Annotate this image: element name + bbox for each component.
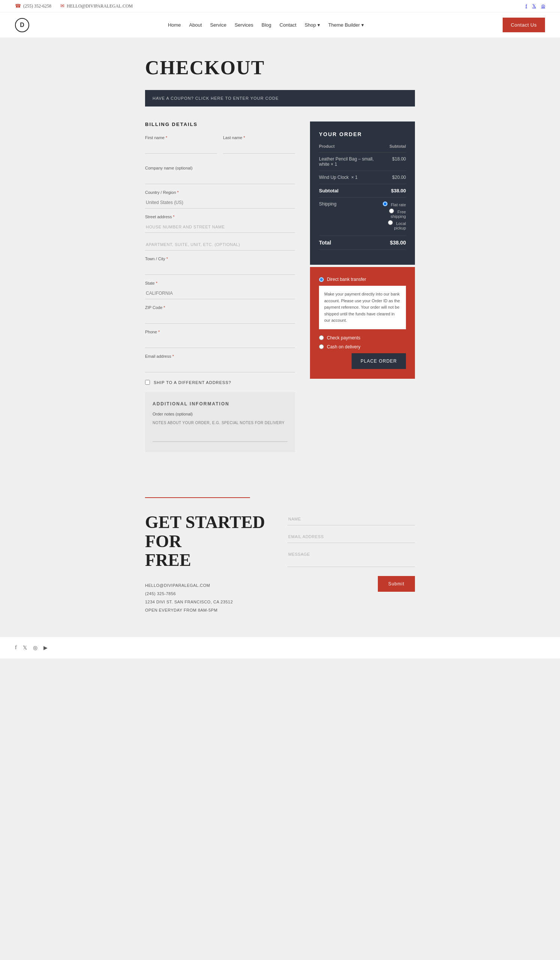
billing-heading: BILLING DETAILS — [145, 122, 295, 127]
check-payments-option[interactable]: Check payments — [319, 335, 406, 341]
coupon-bar[interactable]: HAVE A COUPON? CLICK HERE TO ENTER YOUR … — [145, 90, 415, 107]
col-product: Product — [319, 144, 377, 153]
subtotal-row: Subtotal $38.00 — [319, 184, 406, 198]
local-pickup-radio[interactable] — [388, 220, 393, 225]
nav-contact[interactable]: Contact — [280, 22, 297, 28]
apt-input[interactable] — [145, 239, 295, 251]
total-row: Total $38.00 — [319, 236, 406, 250]
additional-heading: ADDITIONAL INFORMATION — [153, 401, 287, 406]
footer-hours: OPEN EVERYDAY FROM 8AM-5PM — [145, 606, 273, 614]
cash-delivery-label: Cash on delivery — [327, 344, 360, 349]
footer-name-input[interactable] — [287, 513, 415, 525]
coupon-text: HAVE A COUPON? CLICK HERE TO ENTER YOUR … — [153, 96, 279, 101]
phone-input[interactable] — [145, 336, 295, 348]
free-shipping-radio[interactable] — [389, 208, 394, 213]
flat-rate-radio[interactable] — [383, 202, 388, 206]
order-item-1: Leather Pencil Bag – small, white × 1 $1… — [319, 153, 406, 171]
social-icons: f 𝕏 ◎ — [525, 3, 545, 9]
city-input[interactable] — [145, 263, 295, 275]
ship-label: SHIP TO A DIFFERENT ADDRESS? — [154, 380, 231, 385]
clearfix: Place order — [319, 353, 406, 369]
phone-label: Phone * — [145, 330, 295, 334]
footer-email-input[interactable] — [287, 531, 415, 543]
shipping-options: Flat rate Free shipping Local pickup — [377, 202, 406, 230]
submit-button[interactable]: Submit — [378, 576, 415, 592]
instagram-icon[interactable]: ◎ — [541, 3, 545, 9]
footer-phone: (245) 325-7856 — [145, 589, 273, 598]
footer-left: GET STARTED FOR FREE HELLO@DIVIPARALEGAL… — [145, 513, 273, 614]
state-select[interactable]: CALIFORNIA — [145, 288, 295, 299]
cash-on-delivery-option[interactable]: Cash on delivery — [319, 344, 406, 349]
top-bar: ☎ (255) 352-6258 ✉ HELLO@DIVIPARALEGAL.C… — [0, 0, 560, 12]
footer-message-input[interactable] — [287, 548, 415, 567]
navbar: D Home About Service Services Blog Conta… — [0, 12, 560, 38]
email-input[interactable] — [145, 361, 295, 372]
city-group: Town / City * — [145, 256, 295, 275]
last-name-group: Last name * — [223, 135, 295, 154]
first-name-group: First name * — [145, 135, 217, 154]
ship-checkbox[interactable] — [145, 380, 150, 385]
company-input[interactable] — [145, 173, 295, 184]
country-group: Country / Region * United States (US) — [145, 190, 295, 208]
billing-section: BILLING DETAILS First name * Last name *… — [145, 122, 295, 452]
last-name-input[interactable] — [223, 142, 295, 154]
check-payments-radio[interactable] — [319, 335, 324, 340]
footer-facebook-icon[interactable]: f — [15, 645, 17, 651]
first-name-input[interactable] — [145, 142, 217, 154]
footer-instagram-icon[interactable]: ◎ — [33, 645, 37, 651]
footer-youtube-icon[interactable]: ▶ — [43, 645, 48, 651]
notes-label: Order notes (optional) — [153, 412, 287, 416]
flat-rate-option[interactable]: Flat rate — [377, 202, 406, 207]
street-group: Street address * — [145, 214, 295, 233]
twitter-icon[interactable]: 𝕏 — [532, 3, 536, 9]
nav-home[interactable]: Home — [168, 22, 181, 28]
zip-label: ZIP Code * — [145, 305, 295, 310]
phone-contact: ☎ (255) 352-6258 — [15, 3, 51, 9]
phone-number: (255) 352-6258 — [23, 3, 51, 9]
place-order-button[interactable]: Place order — [352, 353, 406, 369]
facebook-icon[interactable]: f — [525, 3, 527, 9]
right-column: YOUR ORDER Product Subtotal Leather Penc… — [310, 122, 415, 379]
ship-different-address: SHIP TO A DIFFERENT ADDRESS? — [145, 380, 295, 385]
zip-input[interactable] — [145, 312, 295, 324]
notes-textarea[interactable] — [153, 419, 287, 442]
nav-theme-builder[interactable]: Theme Builder ▾ — [329, 22, 364, 28]
shipping-options-cell: Flat rate Free shipping Local pickup — [377, 198, 406, 236]
nav-blog[interactable]: Blog — [262, 22, 271, 28]
bank-transfer-option[interactable]: Direct bank transfer — [319, 277, 406, 282]
cash-delivery-radio[interactable] — [319, 344, 324, 349]
email-icon: ✉ — [61, 3, 64, 9]
email-contact: ✉ HELLO@DIVIPARALEGAL.COM — [61, 3, 133, 9]
main-content: CHECKOUT HAVE A COUPON? CLICK HERE TO EN… — [137, 38, 423, 475]
footer-address: 1234 DIVI ST. SAN FRANCISCO, CA 23512 — [145, 598, 273, 606]
item1-price: $18.00 — [377, 153, 406, 171]
country-select[interactable]: United States (US) — [145, 197, 295, 208]
apt-group — [145, 239, 295, 251]
nav-services[interactable]: Services — [235, 22, 254, 28]
free-shipping-option[interactable]: Free shipping — [377, 208, 406, 219]
nav-shop[interactable]: Shop ▾ — [305, 22, 320, 28]
state-label: State * — [145, 281, 295, 285]
subtotal-value: $38.00 — [377, 184, 406, 198]
footer-divider — [145, 497, 250, 498]
phone-icon: ☎ — [15, 3, 21, 9]
last-name-label: Last name * — [223, 135, 295, 140]
footer-title: GET STARTED FOR FREE — [145, 513, 273, 570]
local-pickup-option[interactable]: Local pickup — [377, 220, 406, 230]
logo: D — [15, 18, 29, 32]
street-input[interactable] — [145, 221, 295, 233]
email-group: Email address * — [145, 354, 295, 372]
company-label: Company name (optional) — [145, 166, 295, 170]
nav-service[interactable]: Service — [210, 22, 227, 28]
city-label: Town / City * — [145, 256, 295, 261]
nav-about[interactable]: About — [189, 22, 202, 28]
total-label: Total — [319, 236, 377, 250]
email-label: Email address * — [145, 354, 295, 358]
contact-us-button[interactable]: Contact Us — [503, 18, 545, 32]
state-group: State * CALIFORNIA — [145, 281, 295, 299]
first-name-label: First name * — [145, 135, 217, 140]
payment-box: Direct bank transfer Make your payment d… — [310, 267, 415, 379]
footer-twitter-icon[interactable]: 𝕏 — [23, 645, 27, 651]
bank-transfer-radio[interactable] — [319, 277, 324, 282]
footer-email: HELLO@DIVIPARALEGAL.COM — [145, 581, 273, 589]
